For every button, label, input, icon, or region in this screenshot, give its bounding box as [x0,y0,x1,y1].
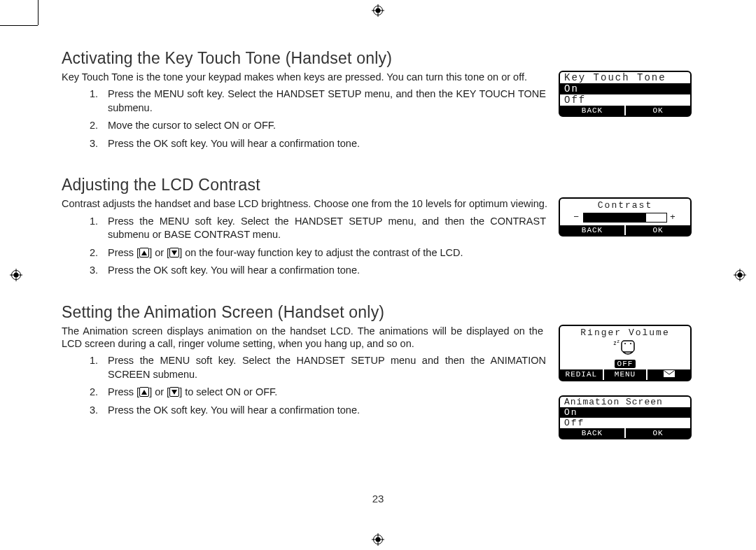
crop-mark [0,25,38,26]
page: Activating the Key Touch Tone (Handset o… [0,0,756,550]
step-text: Press [ [108,247,139,258]
svg-point-20 [630,343,631,344]
lcd-softkey-back: BACK [560,428,624,438]
svg-text:z: z [617,339,621,344]
lcd-softkey-back: BACK [560,225,624,235]
minus-icon: − [573,212,580,223]
lcd-softkey-redial: REDIAL [560,369,603,380]
step: Move the cursor to select ON or OFF. [101,119,546,133]
step-text: ] or [ [149,386,169,397]
lead-text: Contrast adjusts the handset and base LC… [62,197,549,210]
sleep-animal-icon: z z [613,338,637,355]
down-key-icon [169,248,179,258]
lcd-softkey-ok: OK [624,106,690,115]
lcd-softkey-mail-icon [646,369,690,380]
lcd-option-off: Off [560,94,690,106]
svg-rect-18 [622,341,634,352]
registration-mark-icon [10,269,22,281]
step: Press the MENU soft key. Select the HAND… [101,215,546,242]
section-animation-screen: Setting the Animation Screen (Handset on… [62,303,692,439]
step-text: ] on the four-way function key to adjust… [179,247,463,258]
step-text: ] to select ON or OFF. [179,386,277,397]
registration-mark-icon [372,4,384,17]
lead-text: Key Touch Tone is the tone your keypad m… [62,71,543,83]
lcd-contrast: Contrast − + BACK OK [559,197,692,237]
lcd-animation-screen: Animation Screen On Off BACK OK [559,395,692,439]
step: Press the OK soft key. You will hear a c… [101,137,546,151]
step: Press [] or [] on the four-way function … [101,246,546,260]
svg-point-19 [624,343,626,344]
lcd-title: Key Touch Tone [560,72,690,83]
step: Press the OK soft key. You will hear a c… [101,264,546,278]
step: Press the MENU soft key. Select the HAND… [101,87,546,115]
page-number: 23 [0,493,756,505]
lcd-title: Contrast [560,199,690,211]
heading: Activating the Key Touch Tone (Handset o… [62,49,692,68]
up-key-icon [139,387,149,397]
step: Press the MENU soft key. Select the HAND… [101,354,546,381]
lcd-key-touch-tone: Key Touch Tone On Off BACK OK [559,71,692,117]
lcd-off-badge: OFF [615,360,636,368]
lcd-softkey-ok: OK [624,428,690,438]
heading: Adjusting the LCD Contrast [62,176,692,195]
lcd-option-on: On [560,83,690,94]
registration-mark-icon [734,269,746,281]
lcd-option-off: Off [560,418,690,428]
contrast-bar [583,213,667,223]
step: Press the OK soft key. You will hear a c… [101,404,546,418]
lcd-ringer-volume: Ringer Volume z z OFF [559,325,692,381]
section-key-touch-tone: Activating the Key Touch Tone (Handset o… [62,49,692,155]
step: Press [] or [] to select ON or OFF. [101,386,546,400]
lead-text: The Animation screen displays animation … [62,325,543,350]
crop-mark [38,0,38,25]
lcd-option-on: On [560,407,690,418]
lcd-title: Animation Screen [560,397,690,407]
registration-mark-icon [372,533,384,546]
content-area: Activating the Key Touch Tone (Handset o… [62,49,692,460]
step-text: ] or [ [149,247,169,258]
plus-icon: + [670,212,677,223]
section-lcd-contrast: Adjusting the LCD Contrast Contrast adju… [62,176,692,281]
lcd-title: Ringer Volume [560,326,690,338]
step-text: Press [ [108,386,139,397]
heading: Setting the Animation Screen (Handset on… [62,303,692,322]
lcd-softkey-ok: OK [624,225,690,235]
up-key-icon [139,248,149,258]
lcd-softkey-menu: MENU [603,369,647,380]
lcd-softkey-back: BACK [560,106,624,115]
down-key-icon [169,387,179,397]
